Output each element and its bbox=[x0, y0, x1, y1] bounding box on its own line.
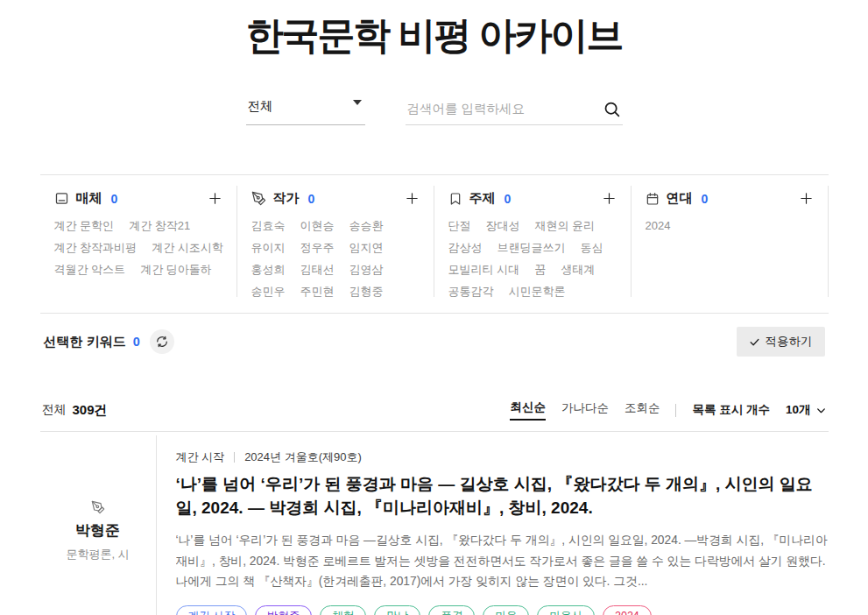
filter-group-subject: 주제 0 단절 장대성 재현의 윤리 감상성 브랜딩글쓰기 동심 모빌리티 시대… bbox=[434, 186, 632, 297]
item-excerpt: ‘나’를 넘어 ‘우리’가 된 풍경과 마음 —길상호 시집, 『왔다갔다 두 … bbox=[176, 530, 829, 592]
keyword-chip[interactable]: 홍성희 bbox=[251, 264, 286, 275]
bookmark-icon bbox=[448, 192, 462, 206]
results-total-count: 309건 bbox=[73, 402, 108, 419]
search-bar: 전체 bbox=[0, 93, 868, 125]
item-publication: 계간 시작 bbox=[176, 449, 225, 465]
keyword-chip[interactable]: 정우주 bbox=[300, 242, 335, 253]
keyword-chip[interactable]: 계간 딩아돌하 bbox=[140, 264, 212, 275]
keyword-chip[interactable]: 송민우 bbox=[251, 286, 286, 297]
results-total-label: 전체 bbox=[42, 402, 67, 418]
author-name[interactable]: 박형준 bbox=[75, 520, 120, 541]
refresh-icon bbox=[156, 336, 168, 348]
plus-icon bbox=[602, 191, 617, 206]
filter-count: 0 bbox=[111, 192, 118, 206]
pen-nib-icon bbox=[91, 500, 105, 514]
keyword-chip[interactable]: 생태계 bbox=[561, 264, 595, 275]
calendar-icon bbox=[646, 192, 660, 206]
filter-group-era: 연대 0 2024 bbox=[632, 186, 829, 297]
caret-down-icon bbox=[353, 100, 362, 105]
keyword-chip[interactable]: 단절 bbox=[448, 220, 471, 231]
page-size-label: 목록 표시 개수 bbox=[692, 402, 770, 418]
keyword-chip[interactable]: 동심 bbox=[581, 242, 603, 253]
item-meta: 계간 시작 2024년 겨울호(제90호) bbox=[176, 449, 829, 465]
sort-latest[interactable]: 최신순 bbox=[510, 399, 546, 421]
plus-icon bbox=[799, 191, 814, 206]
item-body: 계간 시작 2024년 겨울호(제90호) ‘나’를 넘어 ‘우리’가 된 풍경… bbox=[157, 435, 829, 615]
filter-group-label: 연대 bbox=[667, 190, 693, 207]
filter-group-media: 매체 0 계간 문학인 계간 창작21 계간 창작과비평 계간 시조시학 격월간… bbox=[40, 186, 237, 297]
keyword-chip[interactable]: 주민현 bbox=[300, 286, 335, 297]
search-button[interactable] bbox=[601, 100, 623, 118]
result-item: 박형준 문학평론, 시 계간 시작 2024년 겨울호(제90호) ‘나’를 넘… bbox=[40, 432, 829, 615]
add-author-filter-button[interactable] bbox=[403, 189, 421, 208]
sort-views[interactable]: 조회순 bbox=[625, 400, 660, 420]
tag-chip[interactable]: 만남 bbox=[374, 605, 420, 615]
search-category-select[interactable]: 전체 bbox=[246, 93, 365, 125]
page-size-value: 10개 bbox=[786, 402, 811, 418]
filter-group-label: 작가 bbox=[273, 190, 300, 207]
pen-nib-icon bbox=[251, 191, 266, 206]
divider bbox=[234, 452, 235, 463]
tag-chip[interactable]: 계간 시작 bbox=[176, 605, 247, 615]
divider bbox=[675, 404, 676, 417]
apply-filters-label: 적용하기 bbox=[766, 334, 813, 350]
item-title[interactable]: ‘나’를 넘어 ‘우리’가 된 풍경과 마음 — 길상호 시집, 『왔다갔다 두… bbox=[176, 473, 829, 520]
search-field bbox=[406, 98, 623, 125]
search-input[interactable] bbox=[406, 98, 601, 119]
item-author-block: 박형준 문학평론, 시 bbox=[40, 435, 157, 615]
tag-chip[interactable]: 체험 bbox=[320, 605, 366, 615]
filter-group-label: 매체 bbox=[76, 190, 102, 207]
tag-chip[interactable]: 마음 bbox=[483, 605, 529, 615]
filter-count: 0 bbox=[308, 192, 315, 206]
keyword-chip[interactable]: 시민문학론 bbox=[509, 286, 566, 297]
keyword-chip[interactable]: 격월간 악스트 bbox=[54, 264, 126, 275]
keyword-chip[interactable]: 계간 창작21 bbox=[129, 220, 190, 231]
keyword-chip[interactable]: 임지연 bbox=[349, 242, 384, 253]
tag-chip[interactable]: 박형준 bbox=[255, 605, 313, 615]
keyword-chip[interactable]: 재현의 윤리 bbox=[535, 220, 596, 231]
keyword-chip[interactable]: 꿈 bbox=[534, 264, 546, 275]
tag-chip[interactable]: 2024 bbox=[603, 605, 652, 615]
add-media-filter-button[interactable] bbox=[206, 189, 224, 208]
search-category-value: 전체 bbox=[248, 99, 273, 113]
apply-filters-button[interactable]: 적용하기 bbox=[737, 327, 825, 357]
keyword-chip[interactable]: 2024 bbox=[646, 220, 671, 231]
keyword-chip[interactable]: 김태선 bbox=[300, 264, 335, 275]
journal-icon bbox=[54, 191, 69, 206]
page-size-select[interactable]: 10개 bbox=[786, 402, 827, 418]
filter-group-author: 작가 0 김효숙 이현승 송승환 유이지 정우주 임지연 홍성희 김태선 김영삼… bbox=[237, 186, 434, 297]
page-title: 한국문학 비평 아카이브 bbox=[0, 0, 868, 61]
tag-chip[interactable]: 풍경 bbox=[428, 605, 475, 615]
keyword-chip[interactable]: 김영삼 bbox=[349, 264, 384, 275]
sort-alphabetical[interactable]: 가나다순 bbox=[561, 400, 609, 420]
keyword-chip[interactable]: 모빌리티 시대 bbox=[448, 264, 520, 275]
selected-keywords-bar: 선택한 키워드 0 적용하기 bbox=[40, 314, 829, 369]
tag-chip[interactable]: 마을사 bbox=[537, 605, 595, 615]
plus-icon bbox=[208, 191, 222, 206]
item-issue: 2024년 겨울호(제90호) bbox=[244, 449, 362, 465]
keyword-chip[interactable]: 감상성 bbox=[448, 242, 483, 253]
keyword-chip[interactable]: 이현승 bbox=[300, 220, 335, 231]
keyword-chip[interactable]: 계간 창작과비평 bbox=[54, 242, 138, 253]
keyword-chip[interactable]: 김형중 bbox=[349, 286, 384, 297]
check-icon bbox=[749, 336, 760, 348]
plus-icon bbox=[405, 191, 420, 206]
keyword-chip[interactable]: 브랜딩글쓰기 bbox=[498, 242, 566, 253]
item-tags: 계간 시작 박형준 체험 만남 풍경 마음 마을사 2024 bbox=[176, 605, 829, 615]
keyword-chip[interactable]: 계간 시조시학 bbox=[152, 242, 223, 253]
filter-count: 0 bbox=[505, 192, 512, 206]
add-subject-filter-button[interactable] bbox=[600, 189, 618, 208]
keyword-chip[interactable]: 공통감각 bbox=[448, 286, 494, 297]
reset-keywords-button[interactable] bbox=[150, 329, 174, 354]
add-era-filter-button[interactable] bbox=[797, 189, 815, 208]
filter-group-label: 주제 bbox=[469, 190, 496, 207]
keyword-chip[interactable]: 송승환 bbox=[349, 220, 384, 231]
keyword-chip[interactable]: 계간 문학인 bbox=[54, 220, 115, 231]
keyword-chip[interactable]: 장대성 bbox=[486, 220, 520, 231]
results-toolbar: 전체 309건 최신순 가나다순 조회순 목록 표시 개수 10개 bbox=[40, 399, 829, 431]
selected-keywords-label: 선택한 키워드 bbox=[44, 334, 126, 350]
keyword-chip[interactable]: 김효숙 bbox=[251, 220, 286, 231]
search-icon bbox=[603, 100, 621, 118]
filter-panel: 매체 0 계간 문학인 계간 창작21 계간 창작과비평 계간 시조시학 격월간… bbox=[40, 175, 829, 313]
keyword-chip[interactable]: 유이지 bbox=[251, 242, 286, 253]
